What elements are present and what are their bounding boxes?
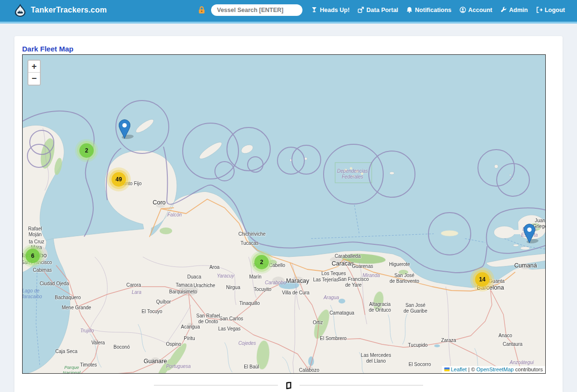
map-label: Yaracuy xyxy=(217,273,234,279)
map-label: Las Mercedes del Llano xyxy=(361,353,391,364)
vessel-pin-marker[interactable] xyxy=(119,119,131,139)
attribution-separator: | © xyxy=(467,367,477,372)
map-label: San Carlos xyxy=(219,316,243,322)
page-title: Dark Fleet Map xyxy=(22,45,74,53)
map-label: Valera xyxy=(91,340,105,346)
map-label: Parque Nacional xyxy=(63,365,81,374)
map-label: Cantaura xyxy=(502,341,522,347)
map-label: Dependencias Federales xyxy=(337,168,368,180)
data-portal-icon xyxy=(358,7,364,13)
map-label: Ciudad Ojeda xyxy=(39,281,69,287)
zoom-out-button[interactable]: − xyxy=(28,73,40,85)
map-label: Coro xyxy=(152,199,165,206)
map-label: Timotes xyxy=(80,362,97,368)
map-label: San José de Guaribe xyxy=(403,303,427,314)
ukraine-flag-icon xyxy=(444,367,450,371)
map-label: Maracay xyxy=(286,278,309,285)
leaflet-link[interactable]: Leaflet xyxy=(451,367,467,372)
nav-item-account[interactable]: Account xyxy=(460,7,492,13)
map-label: Chichiriviche xyxy=(238,231,266,237)
map-label: Ortiz xyxy=(313,320,323,326)
map-label: Píritu xyxy=(184,336,195,341)
map-label: Aroa xyxy=(209,265,219,270)
vessel-cluster-marker[interactable]: 2 xyxy=(252,253,271,272)
nav-item-logout[interactable]: Logout xyxy=(536,7,565,13)
map-label: Carabobo xyxy=(265,280,286,286)
map-label: Acarigua xyxy=(181,324,200,330)
nav-links: Heads Up! Data Portal Notifications Acco… xyxy=(311,7,565,13)
map-label: Caja Seca xyxy=(55,349,77,354)
map-label: Las Vegas xyxy=(218,326,241,332)
map-label: Carora xyxy=(126,282,141,288)
admin-tools-icon xyxy=(501,7,507,13)
map-label: Miranda xyxy=(363,273,380,278)
zoom-in-button[interactable]: + xyxy=(28,61,40,73)
map-label: Marín xyxy=(249,274,262,280)
map-label: Cojedes xyxy=(238,341,256,346)
map-label: Lara xyxy=(132,290,141,295)
brand-link[interactable]: TankerTrackers.com xyxy=(14,3,107,17)
map-label: San José de Barlovento xyxy=(389,273,419,284)
map-label: Tocuyito xyxy=(254,287,272,292)
bell-icon xyxy=(406,7,413,13)
cluster-count: 49 xyxy=(112,172,126,187)
vessel-cluster-marker[interactable]: 6 xyxy=(23,246,42,266)
map-label: Ospino xyxy=(166,341,181,347)
map-label: Los Teques xyxy=(322,271,346,277)
vessel-search-input[interactable] xyxy=(211,4,302,16)
map-label: Caracas xyxy=(332,260,354,267)
map-label: Zaraza xyxy=(441,338,456,343)
map-label: Bachaquero xyxy=(55,295,81,301)
attribution-suffix: contributors xyxy=(514,367,543,372)
vessel-pin-marker[interactable] xyxy=(524,224,536,243)
vessel-cluster-marker[interactable]: 14 xyxy=(473,270,492,289)
dark-fleet-map[interactable]: CoroFalcónPunto FijoChichirivicheTucacas… xyxy=(22,54,546,374)
map-label: Cumaná xyxy=(514,262,537,269)
map-label: Quíbor xyxy=(156,299,171,305)
brand-name: TankerTrackers.com xyxy=(31,6,107,14)
cluster-count: 2 xyxy=(254,255,269,269)
map-label: Portuguesa xyxy=(166,364,190,369)
divider-line xyxy=(154,385,278,386)
openstreetmap-link[interactable]: OpenStreetMap xyxy=(477,367,514,372)
nav-item-admin[interactable]: Admin xyxy=(501,7,528,13)
cluster-count: 6 xyxy=(25,249,40,263)
map-label: Las Tejerías xyxy=(313,277,339,283)
map-label: Camatagua xyxy=(329,310,354,316)
map-label: Tucupido xyxy=(408,342,428,348)
map-label: Barquisimeto xyxy=(169,289,197,295)
map-label: Altagracia de Orituco xyxy=(369,302,391,313)
map-label: Higuerote xyxy=(389,262,410,267)
map-label: Duaca xyxy=(188,274,201,280)
nav-item-data-portal[interactable]: Data Portal xyxy=(358,7,398,13)
map-flag-icon xyxy=(286,382,292,389)
map-canvas xyxy=(23,55,546,374)
map-label: San Rafael de Onoto xyxy=(196,313,220,325)
map-label: Calabozo xyxy=(299,367,319,373)
top-navbar: TankerTrackers.com Heads Up! Data Portal… xyxy=(0,0,577,24)
section-divider xyxy=(154,381,423,389)
map-label: Falcón xyxy=(167,212,182,218)
vessel-cluster-marker[interactable]: 49 xyxy=(109,170,128,189)
map-label: San Francisco de Yare xyxy=(338,277,369,288)
map-label: Tinaquillo xyxy=(239,301,260,306)
map-label: Guarenas xyxy=(352,264,373,269)
map-label: Urachiche xyxy=(193,283,215,289)
map-label: Caraballeda xyxy=(335,253,361,259)
map-label: Trujillo xyxy=(80,328,94,334)
map-label: El Sombrero xyxy=(320,336,347,341)
map-label: Anzoátegui xyxy=(510,360,534,366)
map-label: Lago de Maracaibo xyxy=(22,288,42,300)
map-label: El Tocuyo xyxy=(141,309,162,315)
map-label: Nirgua xyxy=(226,285,240,291)
vessel-cluster-marker[interactable]: 2 xyxy=(77,141,96,160)
map-label: Guanare xyxy=(144,358,167,365)
map-label: Anaco xyxy=(499,333,512,339)
nav-item-heads-up[interactable]: Heads Up! xyxy=(311,7,350,13)
map-label: Aragua xyxy=(324,295,339,301)
map-label: Tucacas xyxy=(240,240,258,246)
map-label: El Socorro xyxy=(409,362,431,367)
map-label: Villa de Cura xyxy=(282,290,309,296)
logout-icon xyxy=(536,7,542,13)
nav-item-notifications[interactable]: Notifications xyxy=(406,7,452,13)
